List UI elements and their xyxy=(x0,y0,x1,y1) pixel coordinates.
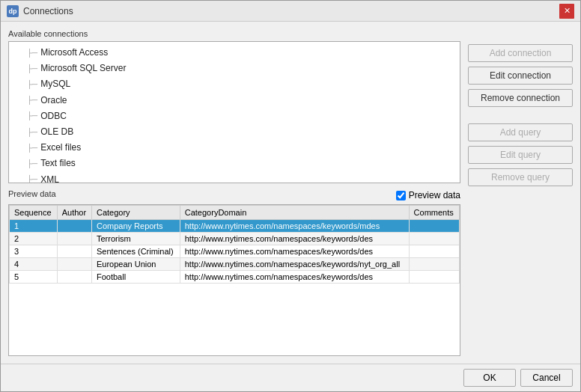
connector-icon: ├─ xyxy=(27,142,37,154)
preview-table-wrapper: Sequence Author Category CategoryDomain … xyxy=(8,204,460,356)
connector-icon: ├─ xyxy=(27,158,37,170)
connections-box[interactable]: ├─ Microsoft Access ├─ Microsoft SQL Ser… xyxy=(8,41,460,183)
cell-author xyxy=(57,258,91,271)
cell-seq: 1 xyxy=(10,220,58,233)
preview-section: Preview data Preview data Sequence Autho… xyxy=(8,189,460,356)
connector-icon: ├─ xyxy=(27,126,37,138)
cell-domain: http://www.nytimes.com/namespaces/keywor… xyxy=(180,245,409,258)
list-item[interactable]: ├─ Oracle xyxy=(9,93,460,108)
cell-author xyxy=(57,245,91,258)
app-icon: dp xyxy=(7,5,19,17)
remove-query-button[interactable]: Remove query xyxy=(468,168,573,186)
separator xyxy=(468,111,573,119)
list-item[interactable]: ├─ Excel files xyxy=(9,140,460,156)
col-categorydomain: CategoryDomain xyxy=(180,206,409,220)
preview-label: Preview data xyxy=(8,189,56,198)
preview-checkbox-label: Preview data xyxy=(409,190,460,200)
connector-icon: ├─ xyxy=(27,63,37,75)
cell-seq: 2 xyxy=(10,233,58,245)
edit-connection-button[interactable]: Edit connection xyxy=(468,67,573,85)
table-scroll[interactable]: Sequence Author Category CategoryDomain … xyxy=(9,205,460,355)
col-sequence: Sequence xyxy=(10,206,58,220)
cell-category: Company Reports xyxy=(91,220,180,233)
dialog-body: Available connections ├─ Microsoft Acces… xyxy=(1,22,580,364)
table-row[interactable]: 3 Sentences (Criminal) http://www.nytime… xyxy=(10,245,460,258)
ok-button[interactable]: OK xyxy=(463,369,516,387)
cell-comments xyxy=(409,233,459,245)
dialog-title: Connections xyxy=(23,6,73,16)
connector-icon: ├─ xyxy=(27,47,37,59)
cell-author xyxy=(57,271,91,284)
cell-author xyxy=(57,220,91,233)
add-connection-button[interactable]: Add connection xyxy=(468,44,573,62)
preview-table: Sequence Author Category CategoryDomain … xyxy=(9,205,460,284)
title-bar-left: dp Connections xyxy=(7,5,73,17)
left-panel: Available connections ├─ Microsoft Acces… xyxy=(8,29,460,356)
cell-comments xyxy=(409,258,459,271)
cell-domain: http://www.nytimes.com/namespaces/keywor… xyxy=(180,233,409,245)
title-bar: dp Connections ✕ xyxy=(1,1,580,22)
table-row[interactable]: 4 European Union http://www.nytimes.com/… xyxy=(10,258,460,271)
available-connections-section: Available connections ├─ Microsoft Acces… xyxy=(8,29,460,183)
cell-category: Sentences (Criminal) xyxy=(91,245,180,258)
cell-author xyxy=(57,233,91,245)
close-button[interactable]: ✕ xyxy=(559,4,574,19)
cell-category: Football xyxy=(91,271,180,284)
connector-icon: ├─ xyxy=(27,110,37,122)
add-query-button[interactable]: Add query xyxy=(468,123,573,141)
edit-query-button[interactable]: Edit query xyxy=(468,146,573,164)
cell-comments xyxy=(409,245,459,258)
table-row[interactable]: 1 Company Reports http://www.nytimes.com… xyxy=(10,220,460,233)
connector-icon: ├─ xyxy=(27,174,37,183)
cell-seq: 4 xyxy=(10,258,58,271)
connector-icon: ├─ xyxy=(27,94,37,106)
cell-category: European Union xyxy=(91,258,180,271)
dialog-footer: OK Cancel xyxy=(1,364,580,391)
cell-seq: 3 xyxy=(10,245,58,258)
available-connections-label: Available connections xyxy=(8,29,460,38)
remove-connection-button[interactable]: Remove connection xyxy=(468,89,573,107)
connections-dialog: dp Connections ✕ Available connections ├… xyxy=(0,0,581,392)
col-comments: Comments xyxy=(409,206,459,220)
cell-category: Terrorism xyxy=(91,233,180,245)
col-category: Category xyxy=(91,206,180,220)
list-item[interactable]: ├─ MySQL xyxy=(9,76,460,92)
cell-comments xyxy=(409,220,459,233)
cell-domain: http://www.nytimes.com/namespaces/keywor… xyxy=(180,271,409,284)
list-item[interactable]: ├─ OLE DB xyxy=(9,124,460,140)
cell-domain: http://www.nytimes.com/namespaces/keywor… xyxy=(180,220,409,233)
cell-domain: http://www.nytimes.com/namespaces/keywor… xyxy=(180,258,409,271)
list-item[interactable]: ├─ XML xyxy=(9,172,460,184)
table-row[interactable]: 2 Terrorism http://www.nytimes.com/names… xyxy=(10,233,460,245)
list-item[interactable]: ├─ Text files xyxy=(9,156,460,171)
col-author: Author xyxy=(57,206,91,220)
right-panel: Add connection Edit connection Remove co… xyxy=(468,29,573,356)
connector-icon: ├─ xyxy=(27,79,37,91)
cancel-button[interactable]: Cancel xyxy=(520,369,573,387)
table-row[interactable]: 5 Football http://www.nytimes.com/namesp… xyxy=(10,271,460,284)
list-item[interactable]: ├─ Microsoft Access xyxy=(9,45,460,61)
cell-seq: 5 xyxy=(10,271,58,284)
list-item[interactable]: ├─ ODBC xyxy=(9,108,460,124)
preview-checkbox[interactable] xyxy=(396,191,406,200)
preview-header: Preview data Preview data xyxy=(8,189,460,201)
list-item[interactable]: ├─ Microsoft SQL Server xyxy=(9,61,460,76)
preview-checkbox-wrapper: Preview data xyxy=(396,190,460,200)
cell-comments xyxy=(409,271,459,284)
